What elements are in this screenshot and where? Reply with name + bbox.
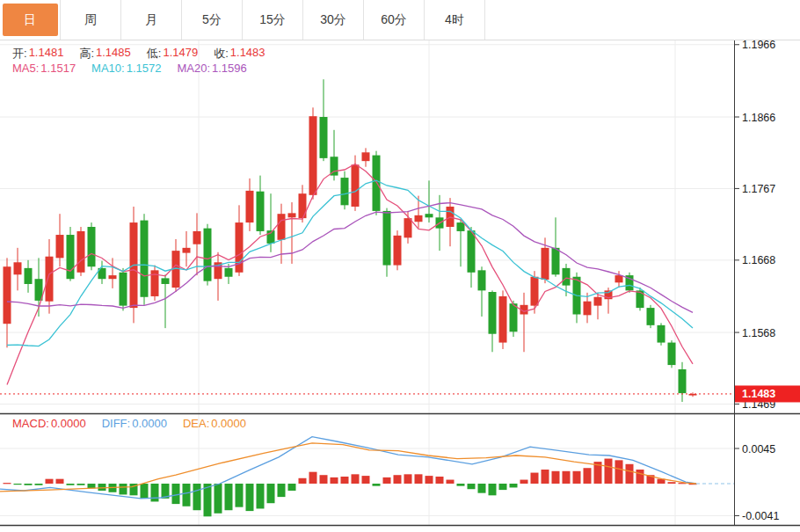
macd-bar [225,484,233,510]
tab-day[interactable]: 日 [0,0,61,40]
macd-bar [584,468,592,484]
ma5-readout: MA5: 1.1517 [12,62,76,75]
macd-bar [563,471,571,484]
ma20-label: MA20: [177,62,210,75]
tab-4hour[interactable]: 4时 [425,0,485,40]
macd-bar [236,484,244,507]
candle-body [394,236,402,266]
candle-body [383,211,391,266]
candle-body [352,164,360,207]
tab-week[interactable]: 周 [61,0,121,40]
candle-body [584,302,592,316]
ma-info-row: MA5: 1.1517 MA10: 1.1572 MA20: 1.1596 [12,62,247,75]
macd-bar [46,479,54,484]
macd-bar [573,471,581,484]
macd-bar [478,484,486,493]
macd-bar [542,470,549,484]
macd-bar [668,482,676,484]
macd-bar [383,477,391,484]
macd-bar [605,459,613,484]
candle-body [552,248,560,274]
macd-bar [636,470,644,484]
ma5-value: 1.1517 [40,62,76,75]
candle-body [658,325,665,343]
chart-window: 1.19661.18661.17671.16681.15681.14690.00… [0,0,800,532]
candle-body [563,268,571,286]
close-label: 收: [214,46,229,62]
tab-60min[interactable]: 60分 [364,0,425,40]
candle-body [183,248,191,253]
candle-body [56,235,64,258]
candle-body [468,230,476,273]
close-value: 1.1483 [230,46,265,62]
dea-label: DEA: [183,417,209,430]
ma20-value: 1.1596 [212,62,247,75]
macd-bar [246,484,254,511]
candle-body [489,292,497,334]
candle-body [246,191,254,222]
tab-month[interactable]: 月 [121,0,182,40]
candle-body [309,116,317,195]
candle-body [615,275,623,282]
candle-body [141,221,149,297]
candle-body [109,275,117,279]
macd-bar [341,477,349,484]
candle-body [341,178,349,205]
high-readout: 高: 1.1485 [79,46,130,62]
candle-body [415,215,423,222]
ma10-line [7,180,693,346]
macd-bar [552,471,560,484]
macd-bar [193,484,201,510]
candle-body [288,213,296,217]
tab-day-label: 日 [3,4,58,36]
period-tabbar: 日周月5分15分30分60分4时 [0,0,800,40]
candle-body [542,248,549,280]
low-label: 低: [147,46,162,62]
macd-bar [489,484,497,495]
macd-label: MACD: [12,417,49,430]
macd-bar [267,484,275,503]
candle-body [257,192,265,231]
diff-label: DIFF: [102,417,131,430]
candle-body [404,218,412,237]
candle-body [225,268,233,277]
open-label: 开: [12,46,27,62]
candle-body [478,270,486,290]
tab-30min[interactable]: 30分 [303,0,364,40]
macd-bar [436,477,444,484]
diff-readout: DIFF: 0.0000 [102,417,167,430]
candle-body [457,222,465,231]
macd-bar [615,460,623,484]
candle-body [499,296,507,343]
candle-body [362,152,370,161]
macd-bar [35,484,43,485]
candle-body [67,235,75,279]
candle-body [647,308,655,325]
price-tick-label: 1.1668 [742,254,775,266]
macd-bar [626,464,634,484]
macd-bar [257,484,265,508]
candle-body [4,266,11,324]
tab-15min[interactable]: 15分 [243,0,303,40]
macd-bar [352,474,360,484]
close-readout: 收: 1.1483 [214,46,265,62]
macd-bar [151,484,159,501]
macd-bar [404,474,412,484]
diff-value: 0.0000 [132,417,167,430]
macd-bar [288,484,296,491]
macd-tick-label: -0.0041 [742,510,779,522]
high-value: 1.1485 [96,46,131,62]
candle-body [278,214,286,240]
price-tick-label: 1.1866 [742,112,775,124]
tab-5min[interactable]: 5分 [182,0,243,40]
macd-bar [531,473,539,484]
macd-info-row: MACD: 0.0000 DIFF: 0.0000 DEA: 0.0000 [12,417,246,430]
candle-body [679,369,687,393]
macd-bar [320,475,328,484]
candle-body [425,214,433,217]
macd-bar [362,476,370,484]
macd-bar [120,484,127,494]
chart-area[interactable]: 1.19661.18661.17671.16681.15681.14690.00… [0,0,800,532]
open-readout: 开: 1.1481 [12,46,63,62]
candle-body [46,257,54,302]
